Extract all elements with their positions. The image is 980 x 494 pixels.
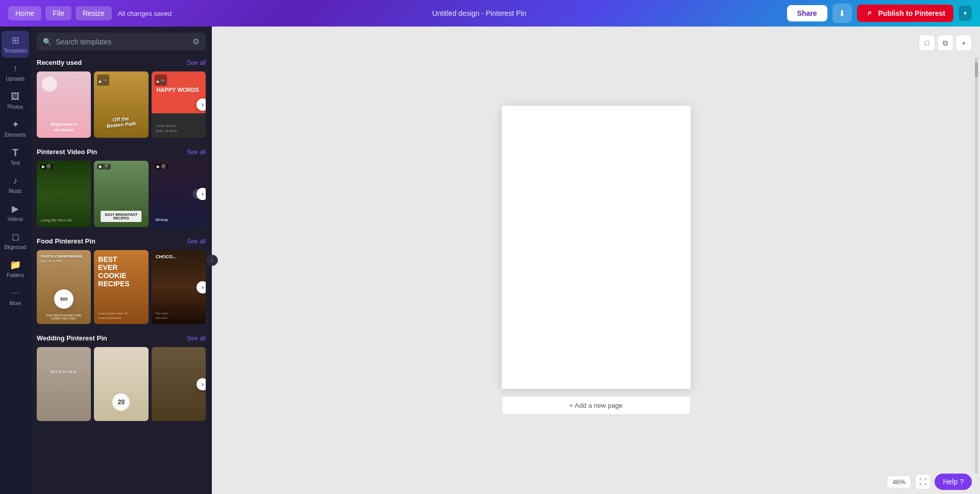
videos-label: Videos [8,216,23,222]
templates-icon: ⊞ [10,35,21,46]
add-icon: + [962,39,966,47]
background-label: Bkground [5,244,27,250]
topbar: Home File Resize All changes saved Untit… [0,0,980,27]
beaten-path-text: Off theBeaten Path [106,115,136,129]
help-icon: ? [960,478,964,486]
publish-dropdown-button[interactable]: ▾ [959,6,972,21]
search-bar: 🔍 ⚙ [37,33,206,51]
photos-label: Photos [7,104,23,110]
video-badge-1: ▶ 🎬 [40,164,53,169]
video-pin-grid: ▶ 🎬 Living the Farm Life ▶ 🎬 EASY BREAKF… [37,161,206,227]
template-beaten-path[interactable]: ▶ 🎬 Off theBeaten Path [94,71,148,138]
save-status: All changes saved [118,10,172,17]
elements-label: Elements [5,132,26,138]
collapse-panel-button[interactable]: ‹ [207,255,218,266]
wedding-pin-next[interactable]: › [197,378,206,390]
download-icon: ⬇ [839,9,845,18]
recently-used-next[interactable]: › [197,98,206,111]
zoom-level: 46% [887,476,911,488]
sidebar-item-photos[interactable]: 🖼 Photos [2,87,29,114]
text-label: Text [11,160,20,166]
background-icon: ◻ [10,231,21,242]
template-pasta[interactable]: pasta carbonararecipe & tips $65 FOR RES… [37,250,91,324]
food-pin-next[interactable]: › [197,281,206,293]
recently-used-title: Recently used [37,59,82,66]
add-page-button[interactable]: + Add a new page [502,396,691,415]
canvas-toolbar: □ ⧉ + [919,35,972,51]
template-cookie[interactable]: BESTEVERCOOKIERECIPES Lorem ipsum dolor … [94,250,148,324]
video-badge-2: ▶ 🎬 [97,164,110,169]
template-farm-life[interactable]: ▶ 🎬 Living the Farm Life [37,161,91,227]
publish-button[interactable]: P Publish to Pinterest [857,5,953,22]
sidebar-item-music[interactable]: ♪ Music [2,171,29,198]
folders-label: Folders [7,273,23,278]
publish-label: Publish to Pinterest [878,9,945,17]
pinterest-icon: P [865,9,874,18]
design-title: Untitled design - Pinterest Pin [176,9,782,17]
template-breakfast[interactable]: ▶ 🎬 EASY BREAKFASTRECIPES [94,161,148,227]
video-pin-title: Pinterest Video Pin [37,148,97,156]
folders-icon: 📁 [10,259,21,270]
wedding-pin-see-all[interactable]: See all [187,335,206,342]
elements-icon: ✦ [10,119,21,130]
video-badge-3: ▶ 🎬 [155,164,168,169]
share-button[interactable]: Share [787,5,827,21]
video-pin-next[interactable]: › [197,188,206,200]
photos-icon: 🖼 [10,91,21,102]
file-button[interactable]: File [45,6,71,20]
sidebar-item-background[interactable]: ◻ Bkground [2,227,29,254]
template-singlehood[interactable]: Singlehood ismy choice [37,71,91,138]
wedding-number: 20 [112,393,130,411]
sidebar-item-text[interactable]: T Text [2,143,29,170]
canvas-add-button[interactable]: + [955,35,972,51]
home-button[interactable]: Home [8,6,41,20]
sidebar-item-templates[interactable]: ⊞ Templates [2,31,29,58]
template-wedding-2[interactable]: 20 [94,347,148,421]
sidebar-item-folders[interactable]: 📁 Folders [2,255,29,282]
food-pin-header: Food Pinterest Pin See all [37,237,206,245]
recently-used-see-all[interactable]: See all [187,59,206,66]
uploads-icon: ↑ [10,63,21,74]
wedding-pin-grid: WEDDING 20 › [37,347,206,421]
resize-button[interactable]: Resize [76,6,112,20]
music-label: Music [9,188,22,194]
canvas-page[interactable] [502,106,691,389]
main-layout: ⊞ Templates ↑ Uploads 🖼 Photos ✦ Element… [0,0,980,494]
sidebar-item-more[interactable]: ··· More [2,283,29,310]
template-wedding-1[interactable]: WEDDING [37,347,91,421]
comment-icon: □ [925,39,929,47]
sidebar-item-videos[interactable]: ▶ Videos [2,199,29,226]
filter-icon[interactable]: ⚙ [192,37,200,46]
wedding-pin-title: Wedding Pinterest Pin [37,334,107,342]
recently-used-grid: Singlehood ismy choice ▶ 🎬 Off theBeaten… [37,71,206,138]
copy-icon: ⧉ [943,39,948,47]
singlehood-text: Singlehood ismy choice [42,122,86,133]
fullscreen-button[interactable]: ⛶ [915,474,930,489]
food-pin-grid: pasta carbonararecipe & tips $65 FOR RES… [37,250,206,324]
text-icon: T [10,147,21,158]
search-icon: 🔍 [43,38,52,46]
templates-label: Templates [4,48,27,54]
canvas-copy-button[interactable]: ⧉ [937,35,953,51]
price-badge: $65 [54,289,74,309]
canvas-comment-button[interactable]: □ [919,35,935,51]
download-button[interactable]: ⬇ [832,4,852,23]
sidebar-item-elements[interactable]: ✦ Elements [2,115,29,142]
bottom-bar: 46% ⛶ Help ? [878,470,980,494]
help-button[interactable]: Help ? [935,474,972,490]
music-icon: ♪ [10,175,21,186]
canvas-scrollbar-vertical[interactable] [975,57,978,474]
video-pin-see-all[interactable]: See all [187,149,206,156]
search-input[interactable] [56,38,188,46]
recently-used-header: Recently used See all [37,59,206,66]
food-pin-title: Food Pinterest Pin [37,237,95,245]
more-icon: ··· [10,287,21,299]
canvas-area: □ ⧉ + + Add a new page [212,27,980,494]
more-label: More [10,301,21,306]
sidebar-item-uploads[interactable]: ↑ Uploads [2,59,29,86]
food-pin-see-all[interactable]: See all [187,238,206,245]
icon-sidebar: ⊞ Templates ↑ Uploads 🖼 Photos ✦ Element… [0,27,31,494]
topbar-right: Share ⬇ P Publish to Pinterest ▾ [787,4,972,23]
uploads-label: Uploads [6,76,25,82]
wedding-pin-header: Wedding Pinterest Pin See all [37,334,206,342]
